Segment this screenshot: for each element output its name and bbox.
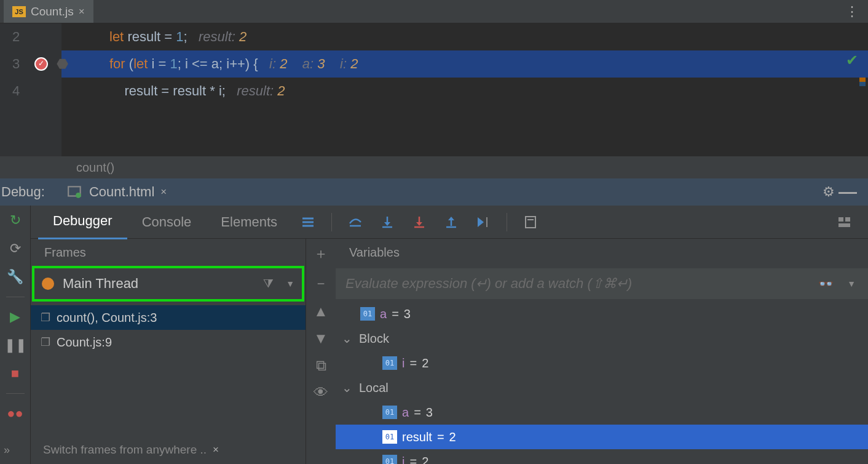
debug-label: Debug: bbox=[0, 184, 60, 200]
debug-main: ↻ ⟳ 🔧 ▶ ❚❚ ■ ●● Debugger Console Element… bbox=[0, 206, 868, 464]
variable-row[interactable]: 01i=2 bbox=[336, 351, 868, 375]
rerun-icon[interactable]: ↻ bbox=[7, 212, 24, 229]
stop-icon[interactable]: ■ bbox=[7, 365, 24, 382]
tab-console[interactable]: Console bbox=[127, 206, 207, 239]
frames-panel: Frames Main Thread ⧩ ▼ ❐count(), Count.j… bbox=[31, 239, 306, 464]
line-number: 4 bbox=[12, 83, 20, 99]
reload-icon[interactable]: ⟳ bbox=[7, 240, 24, 257]
debug-config-tab[interactable]: Count.html × bbox=[60, 178, 174, 206]
expression-input[interactable]: Evaluate expression (↵) or add a watch (… bbox=[336, 268, 868, 299]
thread-selector[interactable]: Main Thread ⧩ ▼ bbox=[32, 266, 304, 302]
code-line: result = result * i; result: 2 bbox=[61, 78, 868, 105]
chevron-down-icon: ⌄ bbox=[342, 331, 354, 346]
variables-panel: ＋ － ▲ ▼ ⧉ 👁 Variables Evaluate expressio… bbox=[306, 239, 868, 464]
svg-rect-19 bbox=[838, 217, 843, 222]
svg-marker-7 bbox=[384, 222, 390, 226]
tab-debugger[interactable]: Debugger bbox=[38, 204, 127, 239]
file-tab[interactable]: JS Count.js × bbox=[4, 0, 93, 23]
debug-toolbar: Debug: Count.html × ⚙ — bbox=[0, 178, 868, 206]
minimize-icon[interactable]: — bbox=[838, 182, 857, 202]
eye-icon[interactable]: 👁 bbox=[314, 384, 328, 401]
calculator-icon[interactable] bbox=[519, 211, 542, 233]
up-icon[interactable]: ▲ bbox=[314, 303, 328, 320]
run-to-cursor-icon[interactable] bbox=[472, 211, 494, 233]
code-line-current: for (let i = 1; i <= a; i++) { i: 2 a: 3… bbox=[61, 50, 868, 78]
down-icon[interactable]: ▼ bbox=[314, 330, 328, 347]
line-number: 3 bbox=[12, 56, 20, 72]
split-panels: Frames Main Thread ⧩ ▼ ❐count(), Count.j… bbox=[31, 239, 868, 464]
filter-icon[interactable]: ⧩ bbox=[263, 277, 274, 291]
svg-rect-17 bbox=[526, 217, 535, 228]
marker-bar[interactable] bbox=[859, 78, 866, 86]
js-file-icon: JS bbox=[12, 6, 26, 17]
variables-title: Variables bbox=[336, 239, 868, 266]
line-number: 2 bbox=[12, 29, 20, 45]
scope-row[interactable]: ⌄Local bbox=[336, 375, 868, 400]
layout-icon[interactable] bbox=[834, 211, 856, 233]
glasses-icon[interactable]: 👓 bbox=[818, 276, 834, 291]
wrench-icon[interactable]: 🔧 bbox=[7, 268, 24, 286]
chevron-down-icon[interactable]: ▼ bbox=[286, 279, 294, 289]
scope-row[interactable]: ⌄Block bbox=[336, 326, 868, 351]
html-run-icon bbox=[67, 185, 83, 199]
svg-marker-15 bbox=[478, 217, 484, 227]
close-hint-icon[interactable]: × bbox=[213, 444, 219, 456]
thread-status-icon bbox=[42, 278, 54, 290]
step-over-icon[interactable] bbox=[344, 211, 366, 233]
gutter: 2 3⬣ 4 bbox=[0, 23, 61, 156]
code-line: let result = 1; result: 2 bbox=[61, 23, 868, 50]
frame-item[interactable]: ❐count(), Count.js:3 bbox=[31, 305, 306, 330]
debug-tabbar: Debugger Console Elements bbox=[31, 206, 868, 239]
editor-tabs: JS Count.js × ⋮ bbox=[0, 0, 868, 23]
variable-row[interactable]: 01a=3 bbox=[336, 302, 868, 326]
variable-row[interactable]: 01a=3 bbox=[336, 400, 868, 425]
frames-title: Frames bbox=[31, 239, 306, 266]
checkmark-icon: ✔ bbox=[846, 52, 858, 69]
breakpoint-icon[interactable] bbox=[34, 57, 48, 71]
tab-filename: Count.js bbox=[31, 5, 74, 18]
stack-icon: ❐ bbox=[41, 311, 50, 324]
svg-point-1 bbox=[76, 193, 81, 198]
step-out-icon[interactable] bbox=[440, 211, 462, 233]
add-watch-icon[interactable]: ＋ bbox=[314, 244, 328, 263]
tab-elements[interactable]: Elements bbox=[206, 206, 292, 239]
svg-marker-13 bbox=[448, 217, 454, 220]
gear-icon[interactable]: ⚙ bbox=[823, 184, 835, 200]
chevron-down-icon[interactable]: ▼ bbox=[847, 279, 856, 289]
frames-hint: Switch frames from anywhere ..× bbox=[43, 443, 219, 457]
svg-rect-20 bbox=[845, 217, 850, 222]
resume-icon[interactable]: ▶ bbox=[7, 308, 24, 326]
remove-watch-icon[interactable]: － bbox=[314, 273, 328, 293]
variable-row-selected[interactable]: 01result=2 bbox=[336, 425, 868, 449]
close-debug-icon[interactable]: × bbox=[160, 186, 167, 198]
debug-config-name: Count.html bbox=[89, 184, 154, 200]
threads-icon[interactable] bbox=[297, 211, 319, 233]
variables-toolbar: ＋ － ▲ ▼ ⧉ 👁 bbox=[306, 239, 336, 464]
variables-tree: Variables Evaluate expression (↵) or add… bbox=[336, 239, 868, 464]
stack-icon: ❐ bbox=[41, 335, 50, 349]
thread-name: Main Thread bbox=[63, 276, 138, 292]
frame-item[interactable]: ❐Count.js:9 bbox=[31, 330, 306, 354]
breakpoints-icon[interactable]: ●● bbox=[7, 405, 24, 422]
copy-icon[interactable]: ⧉ bbox=[316, 357, 326, 374]
svg-rect-21 bbox=[838, 223, 850, 227]
debug-sidebar: ↻ ⟳ 🔧 ▶ ❚❚ ■ ●● bbox=[0, 206, 31, 464]
expand-icon[interactable]: » bbox=[4, 444, 10, 457]
pause-icon[interactable]: ❚❚ bbox=[7, 337, 24, 354]
chevron-down-icon: ⌄ bbox=[342, 380, 354, 395]
debug-panels: Debugger Console Elements Frames Main Th… bbox=[31, 206, 868, 464]
close-tab-icon[interactable]: × bbox=[79, 6, 85, 18]
code-editor[interactable]: 2 3⬣ 4 let result = 1; result: 2 for (le… bbox=[0, 23, 868, 156]
breadcrumb[interactable]: count() bbox=[0, 156, 868, 178]
variable-row[interactable]: 01i=2 bbox=[336, 449, 868, 464]
kebab-menu-icon[interactable]: ⋮ bbox=[845, 4, 859, 20]
step-into-icon[interactable] bbox=[376, 211, 398, 233]
code-area[interactable]: let result = 1; result: 2 for (let i = 1… bbox=[61, 23, 868, 156]
shield-icon: ⬣ bbox=[57, 56, 68, 72]
force-step-into-icon[interactable] bbox=[408, 211, 430, 233]
svg-marker-10 bbox=[416, 222, 422, 226]
